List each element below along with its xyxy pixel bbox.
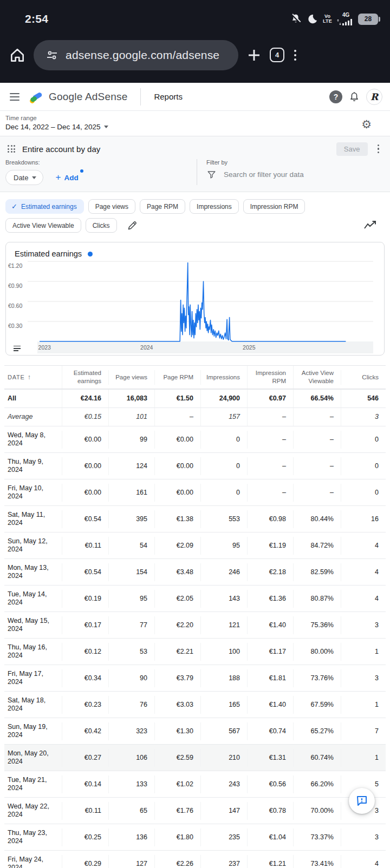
value-cell: 80.87%	[293, 590, 341, 608]
value-cell: €0.00	[154, 457, 200, 475]
toggle-chart-icon[interactable]	[364, 220, 377, 229]
column-header[interactable]: Estimated earnings	[62, 366, 108, 389]
value-cell: €0.11	[62, 537, 108, 555]
value-cell: 243	[200, 775, 247, 793]
column-header[interactable]: Impressions	[200, 370, 247, 385]
value-cell: €1.17	[247, 643, 293, 661]
new-tab-button[interactable]	[246, 47, 262, 63]
time-range-selector[interactable]: Dec 14, 2022 – Dec 14, 2025	[5, 123, 385, 131]
column-header[interactable]: Active View Viewable	[293, 366, 341, 389]
date-cell: Tue, May 21, 2024	[4, 771, 62, 797]
value-cell: €1.04	[247, 828, 293, 846]
column-header[interactable]: Page views	[108, 370, 154, 385]
battery-icon: 28	[358, 14, 378, 25]
column-header[interactable]: Clicks	[341, 370, 386, 385]
account-avatar[interactable]: R	[366, 89, 382, 105]
report-menu-button[interactable]	[375, 142, 382, 156]
edit-metrics-pencil-icon[interactable]	[125, 220, 140, 231]
filter-search-input[interactable]	[224, 170, 359, 179]
value-cell: 0	[341, 431, 386, 449]
url-bar[interactable]: adsense.google.com/adsense	[34, 40, 238, 70]
chart-y-tick-label: €0.30	[8, 323, 22, 329]
table-header-row: DATE↑Estimated earningsPage viewsPage RP…	[4, 365, 386, 389]
value-cell: 4	[341, 563, 386, 581]
value-cell: 70.00%	[293, 802, 341, 820]
value-cell: –	[293, 457, 341, 475]
earnings-chart-card: Estimated earnings €1.20€0.90€0.60€0.302…	[5, 242, 385, 356]
save-button[interactable]: Save	[336, 142, 368, 156]
home-button[interactable]	[9, 47, 26, 64]
metric-chip[interactable]: Clicks	[86, 218, 117, 233]
value-cell: €0.97	[247, 390, 293, 407]
value-cell: €0.54	[62, 563, 108, 581]
value-cell: €1.76	[154, 802, 200, 820]
value-cell: 24,900	[200, 390, 247, 407]
value-cell: 154	[108, 563, 154, 581]
column-header-label: DATE	[8, 373, 25, 382]
filter-funnel-icon	[206, 169, 217, 180]
browser-menu-button[interactable]	[292, 48, 298, 63]
value-cell: €0.00	[62, 431, 108, 449]
status-bar: 2:54 Vo LTE 4G 28	[0, 0, 390, 31]
value-cell: 60.74%	[293, 749, 341, 767]
drag-grid-icon[interactable]	[8, 145, 15, 153]
table-row: Thu, May 23, 2024€0.25136€1.80235€1.0473…	[4, 824, 386, 850]
hamburger-menu-button[interactable]	[8, 91, 22, 103]
value-cell: €2.21	[154, 643, 200, 661]
report-title: Entire account by day	[22, 144, 100, 154]
site-settings-icon[interactable]	[46, 49, 58, 62]
sort-ascending-icon: ↑	[28, 373, 31, 382]
value-cell: €1.21	[247, 855, 293, 868]
table-row: Mon, May 20, 2024€0.27106€2.59210€1.3160…	[4, 744, 386, 771]
value-cell: 237	[200, 855, 247, 868]
url-text: adsense.google.com/adsense	[66, 49, 219, 62]
adsense-logo[interactable]: Google AdSense	[29, 90, 127, 104]
value-cell: 395	[108, 510, 154, 528]
value-cell: 99	[108, 431, 154, 449]
metric-chip-label: Impression RPM	[250, 203, 298, 211]
column-header[interactable]: Page RPM	[154, 370, 200, 385]
value-cell: 53	[108, 643, 154, 661]
metric-chip[interactable]: Impression RPM	[243, 199, 306, 214]
value-cell: €0.14	[62, 775, 108, 793]
column-header-date[interactable]: DATE↑	[4, 370, 62, 385]
notifications-bell-icon[interactable]	[348, 91, 360, 103]
value-cell: 54	[108, 537, 154, 555]
value-cell: €1.81	[247, 669, 293, 687]
metric-chip[interactable]: Impressions	[190, 199, 239, 214]
value-cell: €0.56	[247, 775, 293, 793]
table-row: Thu, May 9, 2024€0.00124€0.000––0	[4, 452, 386, 479]
metric-chip[interactable]: ✓Estimated earnings	[5, 199, 84, 214]
feedback-button[interactable]	[349, 788, 375, 814]
date-cell: Mon, May 20, 2024	[4, 745, 62, 771]
chart-table-toggle-icon[interactable]	[12, 345, 22, 352]
date-cell: Sat, May 18, 2024	[4, 692, 62, 718]
help-icon[interactable]: ?	[329, 90, 342, 103]
notification-dot	[80, 169, 83, 173]
table-row: Tue, May 14, 2024€0.1995€2.05143€1.3680.…	[4, 585, 386, 611]
value-cell: 77	[108, 616, 154, 634]
plus-icon: +	[55, 174, 61, 181]
table-row: Wed, May 8, 2024€0.0099€0.000––0	[4, 426, 386, 452]
value-cell: €1.19	[247, 537, 293, 555]
add-breakdown-button[interactable]: + Add	[54, 172, 79, 184]
settings-gear-icon[interactable]: ⚙	[361, 119, 372, 130]
value-cell: €0.00	[154, 431, 200, 449]
check-icon: ✓	[11, 202, 17, 211]
value-cell: €1.80	[154, 828, 200, 846]
metric-chip[interactable]: Page views	[88, 199, 135, 214]
column-header[interactable]: Impression RPM	[247, 366, 293, 389]
value-cell: €0.19	[62, 590, 108, 608]
table-row: Wed, May 15, 2024€0.1777€2.20121€1.4075.…	[4, 611, 386, 638]
date-cell: Sun, May 12, 2024	[4, 532, 62, 558]
value-cell: 1	[341, 696, 386, 714]
metric-chip-label: Impressions	[197, 203, 232, 211]
tab-switcher-button[interactable]: 4	[270, 48, 284, 62]
report-table: DATE↑Estimated earningsPage viewsPage RP…	[4, 365, 386, 868]
value-cell: 80.44%	[293, 510, 341, 528]
metric-chip[interactable]: Page RPM	[140, 199, 185, 214]
date-cell: Fri, May 10, 2024	[4, 479, 62, 505]
chart-y-tick-label: €1.20	[8, 262, 22, 269]
metric-chip[interactable]: Active View Viewable	[5, 218, 81, 233]
breakdown-date-chip[interactable]: Date	[5, 170, 43, 185]
